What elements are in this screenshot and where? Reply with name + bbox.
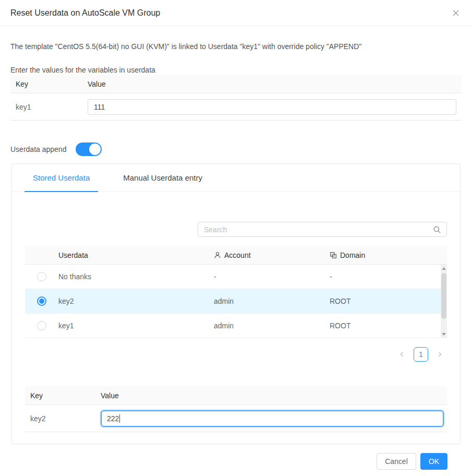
block-icon [330,252,337,259]
selected-userdata-variables-table: Key Value key2 222 [25,386,447,432]
search-input[interactable] [198,222,446,236]
scroll-up-icon[interactable] [442,267,446,270]
table-row-key2[interactable]: key2 admin ROOT [25,289,441,314]
table-row: key1 [10,93,462,121]
stored-userdata-table: Userdata Account [25,246,447,338]
page-number-1[interactable]: 1 [414,347,428,362]
variables-label: Enter the values for the variables in us… [10,65,462,75]
modal-header: Reset Userdata on AutoScale VM Group [0,0,472,26]
variable-key-label: key1 [10,103,88,111]
text-caret [119,414,120,423]
table-scrollbar[interactable] [441,265,447,338]
template-link-description: The template "CentOS 5.5(64-bit) no GUI … [10,41,462,52]
variables-table: Key Value key1 [10,75,462,121]
toggle-knob [89,144,101,155]
close-icon [452,9,459,17]
column-header-value: Value [101,391,447,400]
bottom-table-header: Key Value [25,386,447,405]
table-row: key2 222 [25,405,447,432]
tab-bar: Stored Userdata Manual Userdata entry [12,164,460,192]
scroll-down-icon[interactable] [442,333,446,336]
modal-body: The template "CentOS 5.5(64-bit) no GUI … [0,41,472,470]
next-page-button[interactable] [432,347,447,362]
table-row-key1[interactable]: key1 admin ROOT [25,314,441,338]
radio-key1[interactable] [37,321,46,330]
userdata-append-toggle[interactable] [76,142,102,156]
scrollbar-thumb[interactable] [441,273,446,319]
userdata-card: Stored Userdata Manual Userdata entry [11,163,461,444]
chevron-right-icon [437,351,443,358]
stored-table-header: Userdata Account [25,246,447,265]
column-header-key: Key [25,391,101,400]
tab-stored-userdata[interactable]: Stored Userdata [25,164,98,192]
card-body: Userdata Account [12,222,460,444]
radio-key2-selected[interactable] [37,296,46,306]
chevron-left-icon [399,351,405,358]
ok-button[interactable]: OK [420,453,447,470]
column-header-domain: Domain [330,251,447,259]
search-icon[interactable] [433,222,441,236]
user-icon [214,252,221,259]
close-button[interactable] [450,7,462,19]
variables-table-header: Key Value [10,75,462,93]
modal-title: Reset Userdata on AutoScale VM Group [10,8,160,18]
tab-manual-userdata-entry[interactable]: Manual Userdata entry [115,164,211,192]
pagination: 1 [25,347,447,362]
previous-page-button[interactable] [395,347,409,362]
userdata-append-row: Userdata append [10,142,462,156]
column-header-userdata: Userdata [58,251,214,259]
cancel-button[interactable]: Cancel [377,453,416,470]
userdata-append-label: Userdata append [10,145,66,153]
variable-value-input[interactable] [88,99,456,115]
table-row-no-thanks[interactable]: No thanks - - [25,265,441,289]
radio-no-thanks[interactable] [37,272,46,281]
stored-table-body: No thanks - - key2 admin ROOT key1 admin [25,265,447,338]
column-header-value: Value [88,80,462,88]
search-box [198,222,447,237]
modal-footer: Cancel OK [10,453,462,470]
variable-key-label: key2 [25,414,101,423]
column-header-key: Key [10,80,88,88]
column-header-account: Account [214,251,330,259]
variable-value-input-focused[interactable]: 222 [101,410,444,427]
